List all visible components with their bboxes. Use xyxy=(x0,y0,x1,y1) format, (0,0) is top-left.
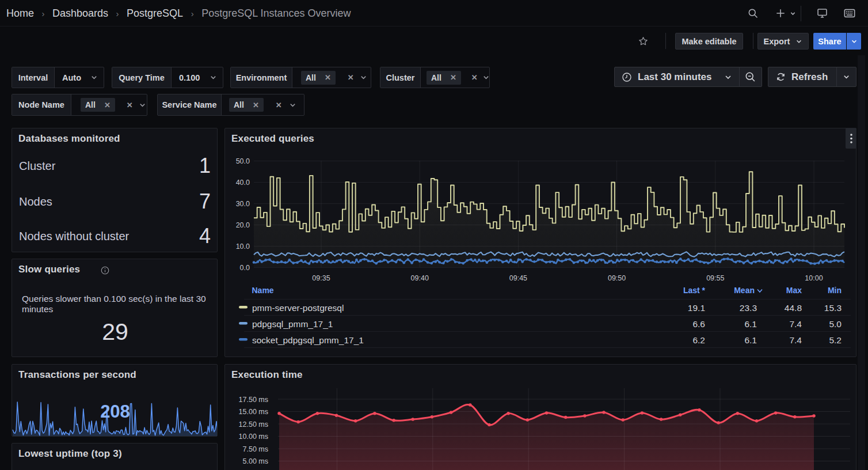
svg-text:Last *: Last * xyxy=(683,286,706,295)
svg-text:Max: Max xyxy=(786,286,802,295)
svg-text:09:55: 09:55 xyxy=(706,274,724,282)
svg-text:30.0: 30.0 xyxy=(236,200,250,208)
svg-text:Min: Min xyxy=(828,286,842,295)
svg-text:5.0: 5.0 xyxy=(829,319,842,329)
svg-text:09:40: 09:40 xyxy=(411,274,429,282)
svg-text:09:45: 09:45 xyxy=(509,274,527,282)
svg-text:Name: Name xyxy=(252,286,274,295)
svg-text:5.2: 5.2 xyxy=(829,335,842,345)
svg-text:7.50 ms: 7.50 ms xyxy=(243,445,268,453)
svg-text:20.0: 20.0 xyxy=(236,221,250,229)
svg-text:17.50 ms: 17.50 ms xyxy=(239,396,268,404)
svg-text:pdpgsql_pmm_17_1: pdpgsql_pmm_17_1 xyxy=(252,319,333,329)
svg-text:19.1: 19.1 xyxy=(688,303,705,313)
svg-text:12.50 ms: 12.50 ms xyxy=(239,420,268,429)
svg-text:40.0: 40.0 xyxy=(236,179,250,187)
svg-text:socket_pdpgsql_pmm_17_1: socket_pdpgsql_pmm_17_1 xyxy=(252,335,364,345)
svg-text:09:50: 09:50 xyxy=(608,274,626,282)
svg-text:09:35: 09:35 xyxy=(312,274,330,282)
svg-text:6.1: 6.1 xyxy=(744,319,757,329)
svg-text:6.6: 6.6 xyxy=(692,319,705,329)
svg-text:15.3: 15.3 xyxy=(824,303,842,313)
svg-text:7.4: 7.4 xyxy=(789,335,802,345)
svg-text:10.0: 10.0 xyxy=(236,242,250,251)
svg-text:6.2: 6.2 xyxy=(692,335,705,345)
svg-text:44.8: 44.8 xyxy=(785,303,802,313)
svg-text:0.0: 0.0 xyxy=(240,264,250,272)
svg-text:23.3: 23.3 xyxy=(740,303,757,313)
svg-text:5.00 ms: 5.00 ms xyxy=(243,457,268,465)
svg-text:10:00: 10:00 xyxy=(805,274,823,282)
svg-text:6.1: 6.1 xyxy=(744,335,757,345)
svg-text:pmm-server-postgresql: pmm-server-postgresql xyxy=(252,303,344,313)
svg-text:15.00 ms: 15.00 ms xyxy=(239,408,268,416)
svg-text:7.4: 7.4 xyxy=(789,319,802,329)
svg-text:Mean: Mean xyxy=(734,286,755,295)
svg-text:50.0: 50.0 xyxy=(236,157,250,165)
svg-text:10.00 ms: 10.00 ms xyxy=(239,433,268,441)
